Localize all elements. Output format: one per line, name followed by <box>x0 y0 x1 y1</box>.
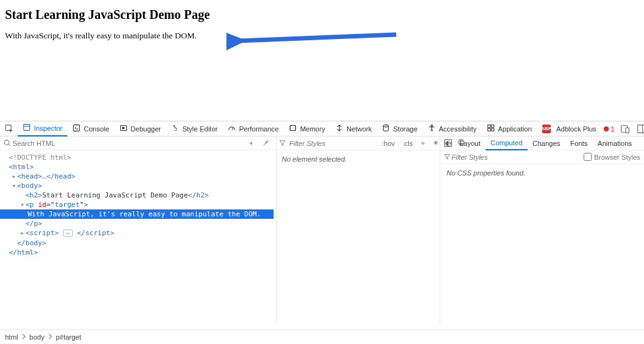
tab-application[interactable]: Application <box>482 121 537 136</box>
sidebar-tab-layout[interactable]: Layout <box>455 136 486 150</box>
filter-styles-input[interactable] <box>288 139 378 148</box>
tab-inspector[interactable]: Inspector <box>18 121 67 136</box>
cls-toggle[interactable]: .cls <box>399 140 417 147</box>
sidebar-tab-animations[interactable]: Animations <box>592 136 636 150</box>
svg-rect-19 <box>487 128 490 131</box>
dock-side-button[interactable] <box>633 121 644 136</box>
dom-line[interactable]: ▾<p id="target"> <box>3 200 276 209</box>
dom-line[interactable]: </html> <box>3 248 276 257</box>
dom-tree[interactable]: <!DOCTYPE html> <html> ▸<head>…</head> ▾… <box>0 150 276 257</box>
rules-panel: :hov .cls ＋ ☀ ◐ No element selected. <box>277 136 440 325</box>
abp-icon: ABP <box>542 125 551 133</box>
error-indicator[interactable]: 1 <box>601 125 617 133</box>
responsive-design-button[interactable] <box>617 121 633 136</box>
pseudo-class-toggle[interactable]: :hov <box>378 140 399 147</box>
devtools-panel: InspectorConsoleDebuggerStyle EditorPerf… <box>0 121 644 325</box>
svg-rect-18 <box>491 125 494 128</box>
storage-icon <box>382 124 390 133</box>
breadcrumb-item[interactable]: html <box>5 333 18 341</box>
tab-network[interactable]: Network <box>330 121 377 136</box>
svg-rect-7 <box>74 125 80 131</box>
dom-line[interactable]: ▾<body> <box>3 181 276 191</box>
filter-icon <box>279 140 286 147</box>
svg-line-9 <box>232 128 233 130</box>
svg-line-28 <box>8 144 10 146</box>
dom-line[interactable]: With JavaScript, it's really easy to man… <box>0 209 274 219</box>
sidebar-panel: LayoutComputedChangesFontsAnimations Bro… <box>440 136 644 325</box>
tab-memory[interactable]: Memory <box>284 121 330 136</box>
dom-line[interactable]: ▸<script> ⋯ </script> <box>3 228 276 238</box>
page-paragraph: With JavaScript, it's really easy to man… <box>5 31 639 41</box>
dom-line[interactable]: </p> <box>3 219 276 228</box>
filter-icon <box>444 153 450 161</box>
svg-rect-17 <box>487 125 490 128</box>
a11y-icon <box>428 124 436 133</box>
layout-view-button[interactable] <box>440 136 455 150</box>
memory-icon <box>289 124 297 133</box>
svg-point-27 <box>4 140 8 145</box>
no-element-selected-text: No element selected. <box>277 150 440 168</box>
sidebar-tab-fonts[interactable]: Fonts <box>565 136 593 150</box>
svg-point-15 <box>384 125 389 127</box>
network-icon <box>335 124 343 133</box>
computed-filter-input[interactable] <box>450 153 584 162</box>
tab-accessibility[interactable]: Accessibility <box>423 121 482 136</box>
eyedropper-button[interactable] <box>258 139 274 148</box>
perf-icon <box>228 124 236 133</box>
search-html-input[interactable] <box>11 139 244 148</box>
console-icon <box>72 124 80 133</box>
app-icon <box>487 124 495 133</box>
svg-rect-10 <box>291 125 296 130</box>
svg-rect-22 <box>626 128 629 133</box>
svg-rect-5 <box>24 125 30 131</box>
sidebar-tabs: LayoutComputedChangesFontsAnimations <box>440 136 644 150</box>
chevron-right-icon <box>21 333 27 341</box>
sidebar-tab-changes[interactable]: Changes <box>528 136 565 150</box>
element-picker-button[interactable] <box>1 121 18 136</box>
dom-line[interactable]: <h2>Start Learning JavaScript Demo Page<… <box>3 191 276 200</box>
add-element-button[interactable]: ＋ <box>244 138 258 148</box>
tab-storage[interactable]: Storage <box>377 121 423 136</box>
web-page-content: Start Learning JavaScript Demo Page With… <box>0 0 644 118</box>
tab-style-editor[interactable]: Style Editor <box>166 121 223 136</box>
inspector-breadcrumb[interactable]: htmlbodyp#target <box>0 330 644 344</box>
tab-console[interactable]: Console <box>67 121 114 136</box>
inspector-icon <box>23 123 31 133</box>
sidebar-tab-computed[interactable]: Computed <box>486 136 528 150</box>
add-rule-button[interactable]: ＋ <box>416 138 430 148</box>
dom-line[interactable]: <!DOCTYPE html> <box>3 153 276 162</box>
dom-line[interactable]: <html> <box>3 162 276 172</box>
search-icon <box>3 140 11 147</box>
svg-rect-20 <box>491 128 494 131</box>
debugger-icon <box>119 124 128 133</box>
style-icon <box>171 124 179 133</box>
tab-adblock-plus[interactable]: ABPAdblock Plus <box>537 121 602 136</box>
inspector-dom-panel: ＋ <!DOCTYPE html> <html> ▸<head>…</head>… <box>0 136 277 325</box>
browser-styles-checkbox[interactable]: Browser Styles <box>584 153 640 161</box>
devtools-tabbar: InspectorConsoleDebuggerStyle EditorPerf… <box>0 121 644 136</box>
devtools-panels: ＋ <!DOCTYPE html> <html> ▸<head>…</head>… <box>0 136 644 325</box>
page-heading: Start Learning JavaScript Demo Page <box>5 8 639 22</box>
dom-line[interactable]: ▸<head>…</head> <box>3 172 276 181</box>
tab-debugger[interactable]: Debugger <box>114 121 166 136</box>
breadcrumb-item[interactable]: body <box>30 333 45 341</box>
no-css-properties-text: No CSS properties found. <box>440 164 644 182</box>
chevron-right-icon <box>47 333 53 341</box>
error-count: 1 <box>611 125 614 133</box>
breadcrumb-item[interactable]: p#target <box>56 333 81 341</box>
tab-performance[interactable]: Performance <box>223 121 284 136</box>
html-search-bar: ＋ <box>0 136 276 150</box>
svg-point-16 <box>431 125 432 126</box>
dom-line[interactable]: </body> <box>3 238 276 248</box>
